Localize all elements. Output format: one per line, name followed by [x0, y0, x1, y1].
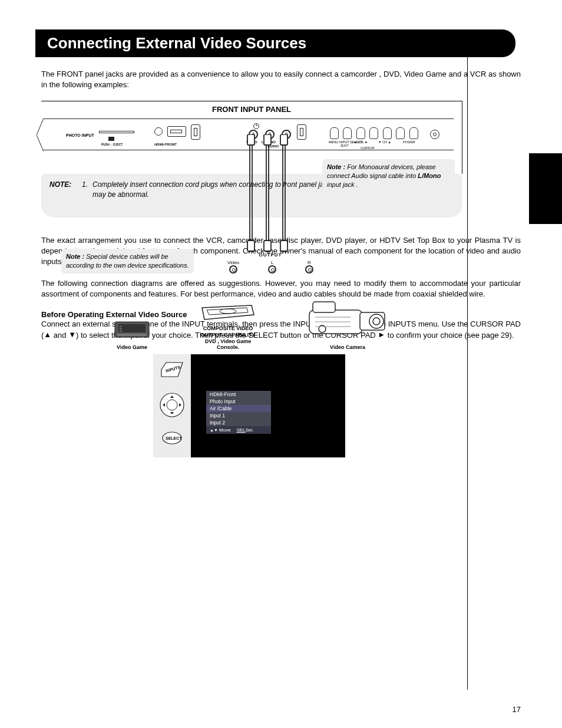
svg-rect-0	[247, 134, 254, 145]
svg-rect-1	[264, 134, 271, 145]
usb-port-icon	[191, 124, 200, 140]
ch-down-button-icon[interactable]	[383, 127, 392, 139]
hdmi-front-label: HDMI-FRONT	[154, 143, 177, 146]
svg-point-13	[373, 318, 380, 325]
power-button-label: POWER	[403, 140, 415, 144]
dvd-line-1: OUTPUT CAPABILITY	[199, 332, 257, 338]
up-arrow-icon: ▲	[44, 330, 51, 339]
osd-item-input1[interactable]: Input 1	[206, 412, 271, 419]
menu-button-label: MENU	[329, 140, 338, 144]
note-jack: L/Mono	[418, 172, 441, 179]
updown-icon: ▲▼	[210, 428, 218, 432]
hdmi-screw-icon	[154, 127, 163, 136]
device-camera-label: Video Camera	[303, 344, 392, 351]
output-label: OUTPUT	[220, 252, 320, 258]
dvd-line-3: Console.	[199, 344, 257, 351]
intro-paragraph: The FRONT panel jacks are provided as a …	[41, 69, 521, 90]
vol-down-button-icon[interactable]	[356, 127, 365, 139]
photo-input-label: PHOTO INPUT	[66, 133, 94, 137]
osd-sel-label: Sel.	[246, 427, 254, 433]
power-led-icon	[430, 130, 439, 139]
note-label: Note :	[327, 163, 345, 170]
svg-rect-4	[264, 241, 271, 251]
note-banner-label: NOTE:	[49, 180, 82, 200]
down-arrow-icon: ▼	[68, 330, 76, 339]
device-game-label: Video Game	[111, 344, 153, 351]
note-monoaural: Note : For Monoaural devices, please con…	[322, 159, 455, 193]
ch-button-label: ▼ CH ▲	[378, 140, 391, 144]
screen-row: INPUTS SELECT HDMI-Front Photo Input Air…	[153, 354, 521, 457]
osd-item-photo[interactable]: Photo Input	[206, 398, 271, 405]
osd-screen: HDMI-Front Photo Input Air /Cable Input …	[191, 354, 345, 457]
osd-item-aircable[interactable]: Air /Cable	[206, 405, 271, 412]
select-button-icon[interactable]: SELECT	[161, 431, 183, 445]
device-dvd: COMPOSITE VIDEO OUTPUT CAPABILITY DVD , …	[199, 302, 257, 351]
output-video-jack-icon	[229, 265, 237, 274]
osd-menu: HDMI-Front Photo Input Air /Cable Input …	[206, 391, 271, 434]
cursor-label: CURSOR	[361, 146, 375, 150]
photo-eject-icon	[108, 137, 114, 141]
page-number: 17	[513, 705, 521, 714]
note-cables: Note : Special device cables will be acc…	[61, 249, 194, 274]
menu-button-icon[interactable]	[330, 127, 339, 139]
device-row: Video Game COMPOSITE VIDEO OUTPUT CAPABI…	[41, 296, 462, 351]
osd-item-input2[interactable]: Input 2	[206, 419, 271, 426]
section-title: Connecting External Video Sources	[47, 34, 504, 52]
right-arrow-icon: ►	[378, 330, 385, 339]
select-button-label: SELECT	[166, 436, 182, 440]
svg-point-17	[167, 400, 177, 410]
hdmi-port-icon	[167, 126, 186, 137]
output-l-label: L	[268, 260, 276, 265]
device-camera: Video Camera	[303, 296, 392, 351]
osd-item-hdmi[interactable]: HDMI-Front	[206, 391, 271, 398]
inputs-button-icon[interactable]: INPUTS	[160, 360, 184, 379]
diagram-frame: FRONT INPUT PANEL PHOTO INPUT PUSH ←EJEC…	[41, 101, 462, 174]
diagram-heading: FRONT INPUT PANEL	[41, 101, 462, 118]
push-eject-label: PUSH ←EJECT	[101, 143, 123, 146]
side-tab	[529, 153, 562, 224]
note-label: Note :	[66, 253, 84, 260]
dvd-line-0: COMPOSITE VIDEO	[199, 325, 257, 332]
output-r-label: R	[305, 260, 313, 265]
dvd-player-icon	[199, 302, 257, 323]
note-tail: input jack .	[327, 181, 358, 188]
output-l-jack-icon	[268, 265, 276, 274]
panel-button-row	[330, 127, 420, 141]
output-jack-row: OUTPUT Video L R	[220, 252, 320, 275]
screw-icon: +	[253, 123, 259, 129]
note-text: Special device cables will be according …	[66, 253, 189, 269]
svg-rect-5	[280, 241, 287, 251]
svg-rect-3	[247, 241, 254, 251]
svg-rect-7	[118, 324, 146, 332]
vol-up-button-icon[interactable]	[369, 127, 378, 139]
note-banner-index: 1.	[82, 180, 92, 200]
input-select-button-icon[interactable]	[343, 127, 352, 139]
output-video-label: Video	[227, 260, 239, 265]
dvd-line-2: DVD , Video Game	[199, 338, 257, 345]
section-header: Connecting External Video Sources	[35, 29, 515, 57]
svg-rect-14	[313, 302, 335, 312]
osd-footer: ▲▼ Move SELSel.	[206, 426, 271, 434]
device-game: Video Game	[111, 318, 153, 351]
photo-input-slot-icon	[99, 131, 134, 133]
game-console-icon	[111, 318, 153, 342]
exit-button-label: /EXIT	[340, 144, 349, 147]
vol-button-label: ◄ VOL ►	[353, 140, 368, 144]
cursor-pad-icon[interactable]	[159, 392, 185, 418]
output-r-jack-icon	[305, 265, 313, 274]
svg-rect-8	[117, 334, 147, 336]
right-margin-rule	[467, 35, 468, 690]
osd-move-label: Move	[219, 427, 231, 433]
power-button-icon[interactable]	[409, 127, 418, 139]
remote-column: INPUTS SELECT	[153, 354, 191, 457]
svg-rect-2	[280, 134, 287, 145]
ch-up-button-icon[interactable]	[396, 127, 405, 139]
